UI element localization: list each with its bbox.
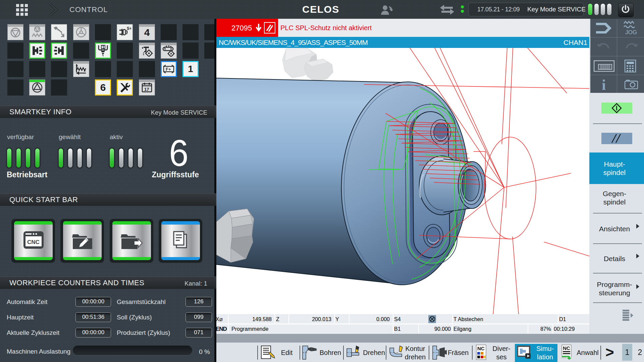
svg-text:CNC: CNC: [27, 239, 40, 245]
svg-text:F+: F+: [166, 67, 171, 72]
svg-text:S+: S+: [127, 26, 131, 31]
svg-text:JOG: JOG: [625, 29, 637, 36]
svg-text:NC: NC: [563, 345, 570, 351]
svg-text:17: 17: [144, 87, 149, 92]
svg-text:NC: NC: [477, 346, 485, 351]
svg-text:1: 1: [102, 45, 105, 50]
